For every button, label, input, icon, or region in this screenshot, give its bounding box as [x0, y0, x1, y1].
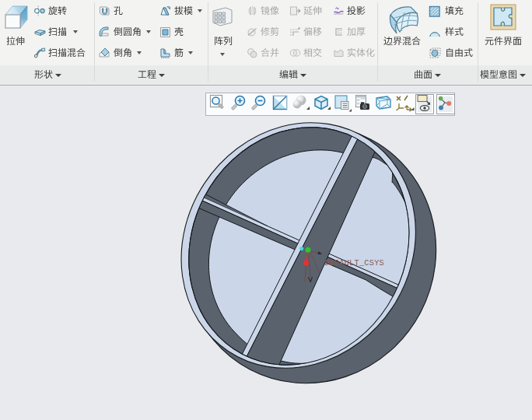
svg-text:DEFAULT_CSYS: DEFAULT_CSYS	[324, 259, 384, 268]
